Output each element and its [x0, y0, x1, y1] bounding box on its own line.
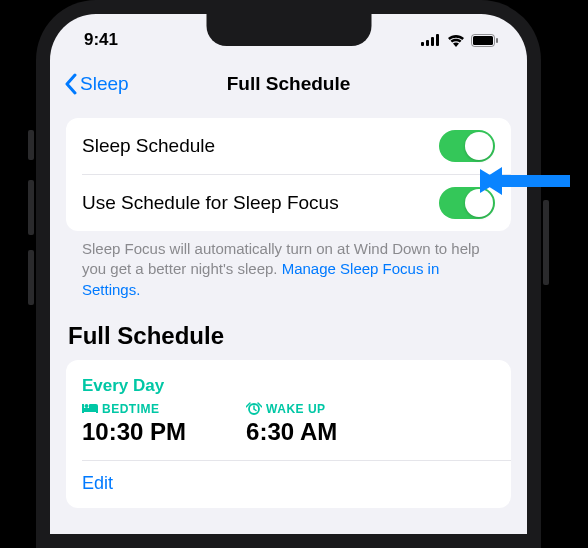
- svg-rect-8: [82, 404, 84, 413]
- navigation-bar: Sleep Full Schedule: [50, 62, 527, 106]
- bedtime-value: 10:30 PM: [82, 418, 186, 446]
- schedule-frequency: Every Day: [82, 376, 495, 396]
- svg-marker-12: [480, 167, 570, 195]
- svg-rect-0: [421, 42, 424, 46]
- wakeup-label: WAKE UP: [266, 402, 326, 416]
- cellular-icon: [421, 34, 441, 46]
- battery-icon: [471, 34, 499, 47]
- svg-rect-6: [496, 38, 498, 43]
- back-button[interactable]: Sleep: [64, 73, 129, 95]
- volume-up-button: [28, 180, 34, 235]
- back-label: Sleep: [80, 73, 129, 95]
- full-schedule-header: Full Schedule: [66, 300, 511, 360]
- chevron-left-icon: [64, 73, 77, 95]
- svg-rect-9: [96, 408, 98, 413]
- alarm-icon: [246, 402, 262, 415]
- sleep-schedule-label: Sleep Schedule: [82, 135, 215, 157]
- notch: [206, 14, 371, 46]
- sleep-focus-row: Use Schedule for Sleep Focus: [66, 175, 511, 231]
- content-area: Sleep Schedule Use Schedule for Sleep Fo…: [50, 106, 527, 508]
- sleep-focus-label: Use Schedule for Sleep Focus: [82, 192, 339, 214]
- wakeup-value: 6:30 AM: [246, 418, 337, 446]
- volume-down-button: [28, 250, 34, 305]
- phone-screen: 9:41: [50, 14, 527, 534]
- schedule-times-row: BEDTIME 10:30 PM WAKE UP: [82, 402, 495, 446]
- bed-icon: [82, 403, 98, 414]
- volume-mute-switch: [28, 130, 34, 160]
- svg-rect-1: [426, 40, 429, 46]
- power-button: [543, 200, 549, 285]
- sleep-schedule-toggle[interactable]: [439, 130, 495, 162]
- footer-description: Sleep Focus will automatically turn on a…: [66, 231, 511, 300]
- svg-rect-7: [82, 408, 98, 412]
- wakeup-label-row: WAKE UP: [246, 402, 337, 416]
- status-time: 9:41: [84, 30, 118, 50]
- schedule-card: Every Day BEDTIME: [66, 360, 511, 508]
- phone-frame: 9:41: [36, 0, 541, 548]
- page-title: Full Schedule: [227, 73, 351, 95]
- svg-rect-3: [436, 34, 439, 46]
- status-indicators: [421, 34, 499, 47]
- svg-rect-5: [473, 36, 493, 45]
- svg-rect-2: [431, 37, 434, 46]
- bedtime-column: BEDTIME 10:30 PM: [82, 402, 186, 446]
- bedtime-label-row: BEDTIME: [82, 402, 186, 416]
- callout-arrow-icon: [480, 161, 580, 201]
- toggles-card: Sleep Schedule Use Schedule for Sleep Fo…: [66, 118, 511, 231]
- sleep-schedule-row: Sleep Schedule: [66, 118, 511, 174]
- wifi-icon: [447, 34, 465, 47]
- svg-point-10: [85, 404, 89, 408]
- bedtime-label: BEDTIME: [102, 402, 160, 416]
- wakeup-column: WAKE UP 6:30 AM: [246, 402, 337, 446]
- edit-button[interactable]: Edit: [82, 461, 495, 494]
